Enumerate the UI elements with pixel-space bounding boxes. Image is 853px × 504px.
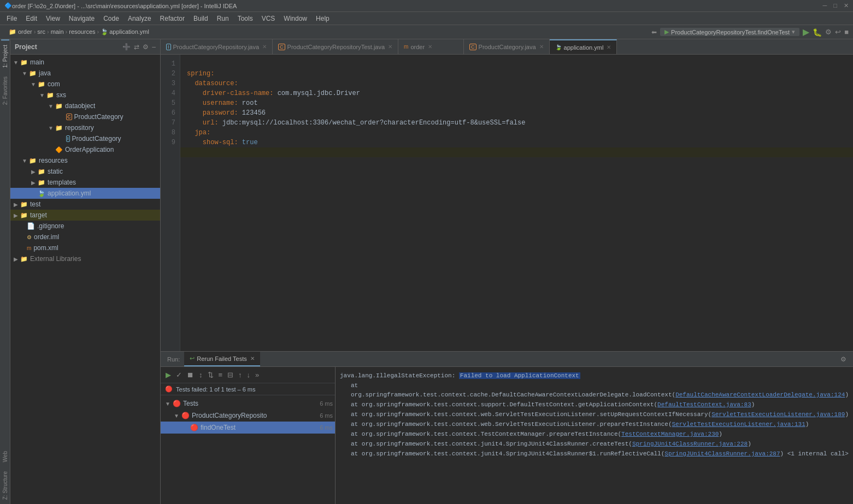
minimize-panel-icon[interactable]: – <box>152 43 156 51</box>
tree-order-iml[interactable]: ⚙ order.iml <box>10 232 160 242</box>
rerun-close[interactable]: ✕ <box>250 355 255 361</box>
test-item-findonetest[interactable]: 🔴 findOneTest 6 ms <box>161 422 335 434</box>
nav-main[interactable]: main <box>51 28 64 35</box>
nav-src[interactable]: src <box>37 28 45 35</box>
test-status: 🔴 Tests failed: 1 of 1 test – 6 ms <box>161 383 335 395</box>
tree-java[interactable]: ▼ 📁 java <box>10 68 160 79</box>
rerun-tab[interactable]: ↩ Rerun Failed Tests ✕ <box>184 352 260 366</box>
link-4[interactable]: ServletTestExecutionListener.java:131 <box>672 421 805 428</box>
settings-icon[interactable]: ⚙ <box>143 43 149 51</box>
folder-test-icon: 📁 <box>20 201 28 208</box>
tree-com[interactable]: ▼ 📁 com <box>10 79 160 90</box>
test-item-tests[interactable]: ▼ 🔴 Tests 6 ms <box>161 398 335 410</box>
tree-dataobject[interactable]: ▼ 📁 dataobject <box>10 100 160 111</box>
test-sidebar: ▶ ✓ ⏹ ↕ ⇅ ≡ ⊟ ↑ ↓ » 🔴 Tests faile <box>161 367 336 504</box>
test-item-productcategoryrepotest[interactable]: ▼ 🔴 ProductCategoryReposito 6 ms <box>161 410 335 422</box>
more-opts-btn[interactable]: » <box>254 370 261 380</box>
error-line-4: at org.springframework.test.context.web.… <box>351 420 849 429</box>
nav-back-icon[interactable]: ⬅ <box>651 28 657 36</box>
tab-close-application-yml[interactable]: ✕ <box>607 44 611 50</box>
collapse-btn[interactable]: ⊟ <box>226 370 235 380</box>
expand-btn[interactable]: ≡ <box>217 370 225 380</box>
check-btn[interactable]: ✓ <box>174 370 184 380</box>
tab-icon-class2: C <box>469 44 476 50</box>
nav-order[interactable]: order <box>18 28 32 35</box>
tab-close-productcategoryrepo[interactable]: ✕ <box>262 44 267 50</box>
tree-orderapplication[interactable]: 🔶 OrderApplication <box>10 144 160 155</box>
structure-tab[interactable]: Z: Structure <box>1 467 9 504</box>
sync-icon[interactable]: ⇄ <box>134 43 139 51</box>
more-button[interactable]: ■ <box>844 28 849 36</box>
tab-close-productcategoryrepotest[interactable]: ✕ <box>388 44 392 50</box>
prev-fail-btn[interactable]: ↑ <box>237 370 244 380</box>
link-1[interactable]: DefaultCacheAwareContextLoaderDelegate.j… <box>675 392 845 398</box>
tree-sxs[interactable]: ▼ 📁 sxs <box>10 90 160 100</box>
run-config-label: ProductCategoryRepositoryTest.findOneTes… <box>671 29 790 35</box>
link-3[interactable]: ServletTestExecutionListener.java:189 <box>711 411 845 418</box>
tree-pom-xml[interactable]: m pom.xml <box>10 242 160 253</box>
nav-resources[interactable]: resources <box>69 28 95 35</box>
tab-productcategoryrepo[interactable]: I ProductCategoryRepository.java ✕ <box>161 39 273 54</box>
label-sxs: sxs <box>56 91 66 99</box>
menu-window[interactable]: Window <box>279 14 311 23</box>
menu-build[interactable]: Build <box>189 14 213 23</box>
tree-external-libs[interactable]: ▶ 📁 External Libraries <box>10 253 160 264</box>
web-tab[interactable]: Web <box>1 447 9 466</box>
menu-run[interactable]: Run <box>213 14 233 23</box>
menu-tools[interactable]: Tools <box>233 14 257 23</box>
tab-close-order[interactable]: ✕ <box>428 44 432 50</box>
tree-target[interactable]: ▶ 📁 target <box>10 210 160 221</box>
settings-gear-icon[interactable]: ⚙ <box>836 355 851 363</box>
sort-dur-btn[interactable]: ⇅ <box>206 370 215 380</box>
run-tests-btn[interactable]: ▶ <box>164 370 173 380</box>
run-config-selector[interactable]: ▶ ProductCategoryRepositoryTest.findOneT… <box>660 28 799 36</box>
tab-productcategory[interactable]: C ProductCategory.java ✕ <box>464 39 549 54</box>
menu-view[interactable]: View <box>42 14 64 23</box>
update-button[interactable]: ↩ <box>835 28 841 36</box>
close-btn[interactable]: ✕ <box>844 2 849 9</box>
menu-code[interactable]: Code <box>99 14 123 23</box>
add-icon[interactable]: ➕ <box>122 43 131 51</box>
tab-application-yml[interactable]: 🍃 application.yml ✕ <box>550 39 617 54</box>
time-findonetest: 6 ms <box>320 424 333 431</box>
link-6[interactable]: SpringJUnit4ClassRunner.java:228 <box>632 441 748 447</box>
menu-help[interactable]: Help <box>311 14 334 23</box>
sort-alpha-btn[interactable]: ↕ <box>197 370 204 380</box>
tab-order[interactable]: m order ✕ <box>398 39 464 54</box>
minimize-btn[interactable]: ─ <box>823 2 827 9</box>
tree-templates[interactable]: ▶ 📁 templates <box>10 177 160 188</box>
menu-edit[interactable]: Edit <box>21 14 42 23</box>
tree-productcategoryrepo[interactable]: I ProductCategory <box>10 133 160 144</box>
tree-application-yml[interactable]: 🍃 application.yml <box>10 188 160 199</box>
icon-class: C <box>66 114 72 120</box>
debug-button[interactable]: 🐛 <box>813 28 822 37</box>
tree-main[interactable]: ▼ 📁 main <box>10 57 160 68</box>
arrow-main: ▼ <box>13 60 19 66</box>
tree-test[interactable]: ▶ 📁 test <box>10 199 160 210</box>
menu-analyze[interactable]: Analyze <box>123 14 156 23</box>
run-coverage-button[interactable]: ⚙ <box>825 28 832 36</box>
tree-resources[interactable]: ▼ 📁 resources <box>10 155 160 166</box>
stop-btn[interactable]: ⏹ <box>185 370 196 380</box>
tree-static[interactable]: ▶ 📁 static <box>10 166 160 177</box>
code-content[interactable]: spring: datasource: driver-class-name: c… <box>180 55 853 351</box>
project-tab[interactable]: 1: Project <box>1 39 9 72</box>
tab-productcategoryrepotest[interactable]: C ProductCategoryRepositoryTest.java ✕ <box>273 39 398 54</box>
tree-repository[interactable]: ▼ 📁 repository <box>10 122 160 133</box>
nav-file[interactable]: application.yml <box>109 28 149 35</box>
next-fail-btn[interactable]: ↓ <box>245 370 252 380</box>
link-7[interactable]: SpringJUnit4ClassRunner.java:287 <box>664 450 780 457</box>
tab-close-productcategory[interactable]: ✕ <box>539 44 544 50</box>
menu-refactor[interactable]: Refactor <box>156 14 189 23</box>
run-button[interactable]: ▶ <box>803 27 809 37</box>
favorites-tab[interactable]: 2: Favorites <box>1 72 9 109</box>
maximize-btn[interactable]: □ <box>833 2 837 9</box>
menu-navigate[interactable]: Navigate <box>64 14 99 23</box>
link-5[interactable]: TestContextManager.java:230 <box>621 431 719 437</box>
menu-file[interactable]: File <box>2 14 21 23</box>
code-editor[interactable]: 1 2 3 4 5 6 7 8 9 spring: datasource: dr… <box>161 55 853 351</box>
tree-gitignore[interactable]: 📄 .gitignore <box>10 221 160 232</box>
menu-vcs[interactable]: VCS <box>257 14 280 23</box>
link-2[interactable]: DefaultTestContext.java:83 <box>657 401 751 408</box>
tree-productcategory[interactable]: C ProductCategory <box>10 111 160 122</box>
